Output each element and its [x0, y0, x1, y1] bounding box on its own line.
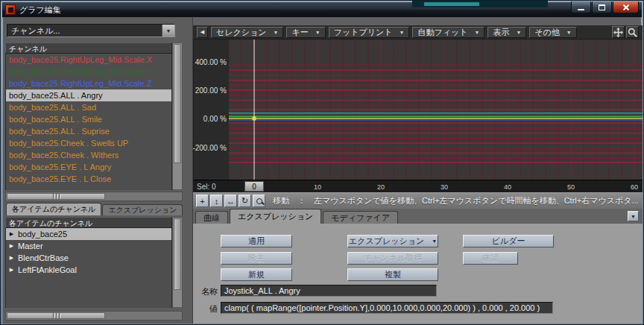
tree-item[interactable]: ▶BlendCtrBase: [6, 252, 171, 264]
minimize-icon: [578, 9, 584, 10]
builder-button[interactable]: ビルダー: [463, 235, 554, 247]
item-tree-scrollbar[interactable]: [172, 217, 183, 308]
channel-row[interactable]: body_bace25.Cheek . Withers: [6, 149, 171, 161]
channel-row[interactable]: body_bace25.ALL . Angry: [6, 89, 171, 101]
channel-row[interactable]: body_bace25.RightUpLeg_Mid.Scale.Y: [6, 66, 171, 78]
chevron-down-icon[interactable]: ▼: [162, 25, 174, 37]
x-tick-label: 10: [309, 183, 326, 191]
bottom-tabs: 曲線エクスプレッションモディファイア: [195, 209, 398, 224]
region-zoom-button[interactable]: [253, 195, 265, 207]
chevron-down-icon: ▼: [566, 30, 572, 35]
expression-name-field[interactable]: Joystick_ALL . Angry: [221, 285, 437, 297]
scrollbar-handle[interactable]: [7, 312, 105, 319]
background-window-fragment: [412, 1, 548, 7]
channel-row[interactable]: body_bace25.Cheek . Swells UP: [6, 137, 171, 149]
menu-label: 自動フィット: [417, 27, 467, 38]
channel-row[interactable]: body_bace25.ALL . Sad: [6, 101, 171, 113]
button-label: 複製: [385, 269, 401, 280]
get-channel-button[interactable]: チャンネル取得: [347, 252, 438, 265]
confirm-button[interactable]: 確認: [463, 252, 518, 265]
tree-item[interactable]: ▶body_bace25: [6, 228, 171, 240]
move-keys-button[interactable]: +: [196, 195, 209, 207]
item-tree-hscrollbar[interactable]: [5, 311, 183, 321]
expand-arrow-icon[interactable]: ▶: [8, 255, 15, 261]
expand-arrow-icon[interactable]: ▶: [8, 243, 15, 249]
bottom-tabs-bar: 曲線エクスプレッションモディファイア ▼: [193, 209, 643, 224]
toolbar-menu-selection[interactable]: セレクション▼: [211, 27, 283, 38]
tree-item-label: BlendCtrBase: [18, 253, 69, 262]
name-label: 名称: [194, 286, 218, 297]
channel-filter-dropdown[interactable]: チャンネル... ▼: [7, 24, 175, 37]
menu-label: 表示: [493, 27, 509, 38]
pan-tool-button[interactable]: [612, 26, 625, 38]
remove-button[interactable]: 除去: [221, 252, 292, 265]
window-controls: [571, 1, 639, 13]
move-horizontal-button[interactable]: ↔: [224, 195, 237, 207]
expand-arrow-icon[interactable]: ▶: [8, 231, 15, 237]
expression-value-field[interactable]: clamp( ( mapRange([pointer.Position.Y],0…: [221, 302, 553, 314]
channel-list-hscrollbar[interactable]: [5, 192, 183, 201]
chevron-down-icon: ▼: [315, 30, 321, 35]
tab-item-channels[interactable]: 各アイテムのチャンネル: [6, 203, 101, 215]
zoom-tool-button[interactable]: [626, 26, 639, 38]
channel-row[interactable]: body_bace25.RightUpLeg_Mid.Scale.X: [6, 54, 171, 66]
minimize-button[interactable]: [571, 1, 591, 13]
channel-row[interactable]: body_bace25.ALL . Smile: [6, 113, 171, 125]
channel-row[interactable]: body_bace25.RightUpLeg_Mid.Scale.Z: [6, 78, 171, 89]
button-label: エクスプレッション: [349, 236, 424, 247]
toolbar-menu-footprint[interactable]: フットプリント▼: [329, 27, 410, 38]
expression-menu-button[interactable]: エクスプレッション▼: [347, 235, 438, 247]
chevron-down-icon: ▼: [274, 30, 279, 35]
tab-expression[interactable]: エクスプレッション: [230, 209, 321, 224]
channel-list-header: チャンネル: [5, 42, 172, 54]
x-tick-label: 20: [372, 183, 390, 191]
graph-toolbar-menus: セレクション▼キー▼フットプリント▼自動フィット▼表示▼その他▼: [211, 27, 577, 38]
tab-expression-list[interactable]: エクスプレッション: [102, 204, 183, 215]
menu-label: フットプリント: [334, 27, 393, 38]
close-button[interactable]: [613, 1, 639, 13]
magnifier-icon: [256, 198, 262, 204]
move-vertical-button[interactable]: ↕: [210, 195, 223, 207]
channel-row[interactable]: body_bace25.ALL . Suprise: [6, 125, 171, 137]
tree-item[interactable]: ▶LeftFtAnkleGoal: [6, 264, 171, 276]
apply-button[interactable]: 適用: [221, 235, 292, 247]
toolbar-menu-view[interactable]: 表示▼: [487, 27, 526, 38]
channel-filter-label: チャンネル...: [11, 25, 60, 37]
menu-label: キー: [291, 27, 308, 38]
plot-canvas: [229, 40, 643, 180]
tab-modifier[interactable]: モディファイア: [323, 211, 398, 224]
maximize-button[interactable]: [592, 1, 612, 13]
duplicate-button[interactable]: 複製: [347, 268, 438, 281]
x-tick-label: 40: [499, 183, 517, 191]
y-axis-label: -200.00 %: [192, 144, 227, 152]
button-label: 除去: [248, 253, 265, 264]
button-label: 確認: [482, 253, 499, 264]
toolbar-menu-autofit[interactable]: 自動フィット▼: [412, 27, 484, 38]
expand-arrow-icon[interactable]: ▶: [8, 267, 15, 273]
channel-row[interactable]: body_bace25.EYE . L Angry: [6, 161, 171, 173]
tab-curve[interactable]: 曲線: [195, 211, 228, 224]
menu-label: セレクション: [216, 27, 267, 38]
channel-row[interactable]: body_bace25.EYE . L Close: [6, 173, 171, 185]
cycle-button[interactable]: ↻: [239, 195, 251, 207]
collapse-panel-button[interactable]: ◀: [197, 27, 208, 38]
tree-item-label: body_bace25: [18, 230, 67, 239]
new-button[interactable]: 新規: [221, 268, 292, 281]
channel-list-scrollbar[interactable]: [172, 42, 183, 190]
app-icon: [5, 4, 16, 15]
tabs-dropdown-button[interactable]: ▼: [628, 211, 639, 221]
time-ruler[interactable]: Sel: 0 1020304050600: [193, 180, 643, 192]
graph-edit-window: グラフ編集 チャンネル... ▼ チャンネル body_bace25.Right…: [0, 0, 644, 325]
toolbar-menu-key[interactable]: キー▼: [286, 27, 325, 38]
current-frame-indicator[interactable]: 0: [244, 181, 264, 192]
y-axis-label: 200.00 %: [195, 86, 227, 95]
toolbar-menu-other[interactable]: その他▼: [529, 27, 576, 38]
item-list-header: 各アイテムのチャンネル: [5, 217, 172, 228]
curve-plot-area[interactable]: [229, 40, 643, 180]
scrollbar-handle[interactable]: [174, 218, 181, 290]
scrollbar-handle[interactable]: [174, 44, 181, 163]
scrollbar-handle[interactable]: [7, 193, 105, 200]
tree-item[interactable]: ▶Master: [6, 240, 171, 252]
graph-toolbar-icons: [612, 26, 639, 38]
left-panel-tabs: 各アイテムのチャンネルエクスプレッション: [6, 203, 183, 215]
